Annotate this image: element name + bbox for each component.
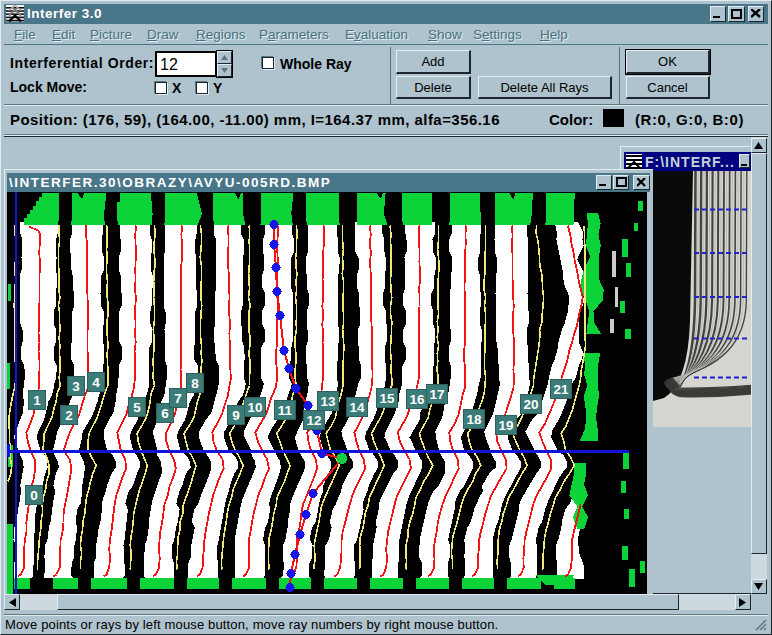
svg-text:16: 16 [409, 391, 425, 406]
svg-text:12: 12 [306, 412, 321, 427]
svg-text:18: 18 [466, 411, 482, 426]
svg-text:15: 15 [379, 390, 395, 405]
svg-text:9: 9 [232, 407, 240, 422]
svg-text:8: 8 [191, 375, 199, 390]
svg-text:1: 1 [33, 392, 41, 407]
svg-text:7: 7 [174, 390, 182, 405]
svg-text:21: 21 [553, 381, 569, 396]
svg-text:14: 14 [349, 399, 365, 414]
svg-text:19: 19 [498, 417, 513, 432]
svg-text:3: 3 [72, 378, 80, 393]
svg-text:5: 5 [133, 399, 141, 414]
svg-text:6: 6 [161, 405, 169, 420]
svg-text:17: 17 [429, 386, 444, 401]
svg-text:11: 11 [278, 402, 293, 417]
svg-text:10: 10 [247, 399, 262, 414]
svg-text:4: 4 [92, 374, 100, 389]
svg-text:2: 2 [65, 407, 73, 422]
svg-text:20: 20 [523, 396, 538, 411]
svg-text:13: 13 [320, 393, 336, 408]
svg-text:0: 0 [30, 487, 38, 502]
